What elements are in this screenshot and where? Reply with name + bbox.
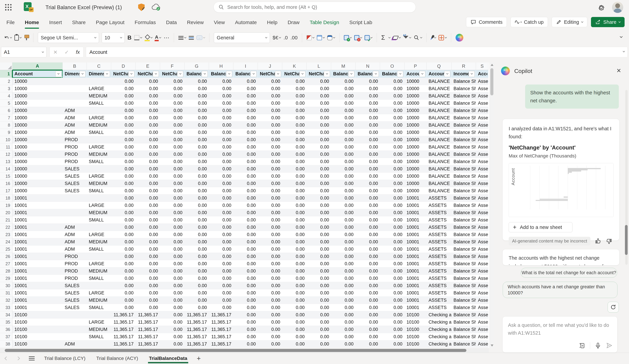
cell-B27[interactable]: PROD <box>63 260 87 267</box>
cell-F21[interactable]: 0.00 <box>160 216 184 224</box>
cell-E15[interactable]: 0.00 <box>136 173 160 180</box>
cell-H14[interactable]: 0.00 <box>209 165 233 173</box>
cell-R26[interactable]: Balance Sh <box>452 253 476 260</box>
cell-G18[interactable]: 0.00 <box>184 194 209 202</box>
column-header-G[interactable]: G <box>184 62 209 70</box>
cell-S33[interactable]: Asse <box>476 304 488 311</box>
cell-J11[interactable]: 0.00 <box>258 143 282 151</box>
borders-button[interactable] <box>134 35 142 40</box>
cell-M21[interactable]: 0.00 <box>331 216 356 224</box>
cell-F28[interactable]: 0.00 <box>160 267 184 275</box>
cell-O22[interactable]: 0.00 <box>380 224 404 231</box>
cell-R10[interactable]: Balance Sh <box>452 136 476 143</box>
cell-F17[interactable]: 0.00 <box>160 187 184 194</box>
cell-S14[interactable]: Asse <box>476 165 488 173</box>
cell-C32[interactable]: MEDIUM <box>87 297 111 304</box>
cell-C30[interactable] <box>87 282 111 289</box>
cell-I15[interactable]: 0.00 <box>233 173 258 180</box>
row-header-30[interactable]: 30 <box>0 282 12 289</box>
cell-P18[interactable]: 10001 <box>404 194 427 202</box>
cell-F11[interactable]: 0.00 <box>160 143 184 151</box>
row-header-34[interactable]: 34 <box>0 311 12 319</box>
cell-P33[interactable]: 10001 <box>404 304 427 311</box>
cell-B10[interactable]: PROD <box>63 136 87 143</box>
copilot-input[interactable]: Ask a question, or tell me what you'd li… <box>502 316 618 353</box>
cell-R21[interactable]: Balance Sh <box>452 216 476 224</box>
cell-P8[interactable]: 10000 <box>404 121 427 129</box>
confirm-entry-button[interactable]: ✓ <box>64 49 69 55</box>
cell-C21[interactable]: SMALL <box>87 216 111 224</box>
cell-J21[interactable]: 0.00 <box>258 216 282 224</box>
ribbon-tab-data[interactable]: Data <box>166 18 177 26</box>
cell-L29[interactable]: 0.00 <box>307 275 331 282</box>
cell-M17[interactable]: 0.00 <box>331 187 356 194</box>
cell-K34[interactable]: 0.00 <box>282 311 307 319</box>
cell-R20[interactable]: Balance Sh <box>452 209 476 216</box>
cell-B2[interactable] <box>63 78 87 85</box>
cell-S30[interactable]: Asse <box>476 282 488 289</box>
cell-H22[interactable]: 0.00 <box>209 224 233 231</box>
cell-S22[interactable]: Asse <box>476 224 488 231</box>
cell-I10[interactable]: 0.00 <box>233 136 258 143</box>
cell-L3[interactable]: 0.00 <box>307 85 331 92</box>
cell-R11[interactable]: Balance Sh <box>452 143 476 151</box>
filter-button[interactable] <box>419 71 425 77</box>
cell-R38[interactable]: Balance Sh <box>452 340 476 348</box>
cell-J19[interactable]: 0.00 <box>258 202 282 209</box>
cell-H25[interactable]: 0.00 <box>209 245 233 253</box>
cell-P7[interactable]: 10000 <box>404 114 427 121</box>
cell-Q13[interactable]: BALANCE S <box>427 158 452 165</box>
cell-G7[interactable]: 0.00 <box>184 114 209 121</box>
cell-P34[interactable]: 10100 <box>404 311 427 319</box>
cell-M18[interactable]: 0.00 <box>331 194 356 202</box>
header-cell-G1[interactable]: Balance <box>184 70 209 78</box>
clear-button[interactable] <box>393 36 401 39</box>
cell-J20[interactable]: 0.00 <box>258 209 282 216</box>
scroll-down-arrow[interactable] <box>491 345 493 347</box>
cell-S37[interactable]: Asse <box>476 333 488 340</box>
cell-P17[interactable]: 10000 <box>404 187 427 194</box>
cell-I32[interactable]: 0.00 <box>233 297 258 304</box>
cell-N25[interactable]: 0.00 <box>356 245 380 253</box>
filter-button[interactable] <box>226 71 232 77</box>
ribbon-tab-file[interactable]: File <box>6 18 15 26</box>
cell-J27[interactable]: 0.00 <box>258 260 282 267</box>
cell-J13[interactable]: 0.00 <box>258 158 282 165</box>
cell-A30[interactable]: 10001 <box>12 282 63 289</box>
suggestion-chip-1[interactable]: What is the total net change for each ac… <box>521 268 617 278</box>
cell-J35[interactable]: 0.00 <box>258 319 282 326</box>
cell-F18[interactable]: 0.00 <box>160 194 184 202</box>
header-cell-M1[interactable]: Balance <box>331 70 356 78</box>
copilot-scrollbar-thumb[interactable] <box>625 225 628 255</box>
cell-B29[interactable]: PROD <box>63 275 87 282</box>
cell-R33[interactable]: Balance Sh <box>452 304 476 311</box>
cell-I4[interactable]: 0.00 <box>233 92 258 100</box>
cell-I36[interactable]: 0.00 <box>233 326 258 333</box>
cell-C26[interactable] <box>87 253 111 260</box>
grid-vscroll-thumb[interactable] <box>490 68 493 95</box>
row-header-22[interactable]: 22 <box>0 224 12 231</box>
cell-G31[interactable]: 0.00 <box>184 289 209 297</box>
cell-E22[interactable]: 0.00 <box>136 224 160 231</box>
formula-input[interactable]: Account <box>86 47 628 57</box>
row-header-21[interactable]: 21 <box>0 216 12 224</box>
cell-G2[interactable]: 0.00 <box>184 78 209 85</box>
cell-B24[interactable]: ADM <box>63 238 87 245</box>
cell-P26[interactable]: 10001 <box>404 253 427 260</box>
cell-C14[interactable] <box>87 165 111 173</box>
cell-E31[interactable]: 0.00 <box>136 289 160 297</box>
cell-K17[interactable]: 0.00 <box>282 187 307 194</box>
cell-F8[interactable]: 0.00 <box>160 121 184 129</box>
cell-M12[interactable]: 0.00 <box>331 151 356 158</box>
cell-C36[interactable]: MEDIUM <box>87 326 111 333</box>
prompt-guide-icon[interactable] <box>578 342 586 349</box>
filter-button[interactable] <box>348 71 354 77</box>
cell-I12[interactable]: 0.00 <box>233 151 258 158</box>
cell-C22[interactable] <box>87 224 111 231</box>
cell-C10[interactable] <box>87 136 111 143</box>
cell-N32[interactable]: 0.00 <box>356 297 380 304</box>
cell-G6[interactable]: 0.00 <box>184 107 209 114</box>
find-button[interactable] <box>414 35 422 41</box>
cell-G4[interactable]: 0.00 <box>184 92 209 100</box>
cell-L17[interactable]: 0.00 <box>307 187 331 194</box>
